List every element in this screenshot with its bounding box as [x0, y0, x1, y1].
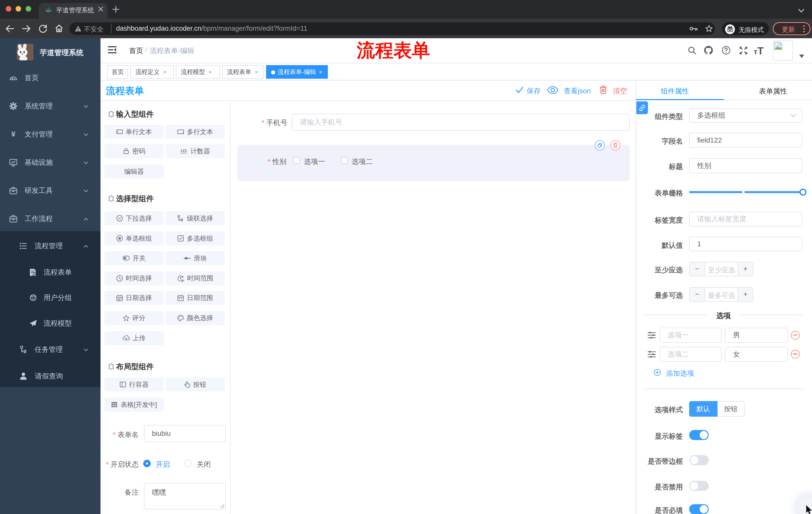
svg-text:123: 123 — [180, 148, 187, 153]
